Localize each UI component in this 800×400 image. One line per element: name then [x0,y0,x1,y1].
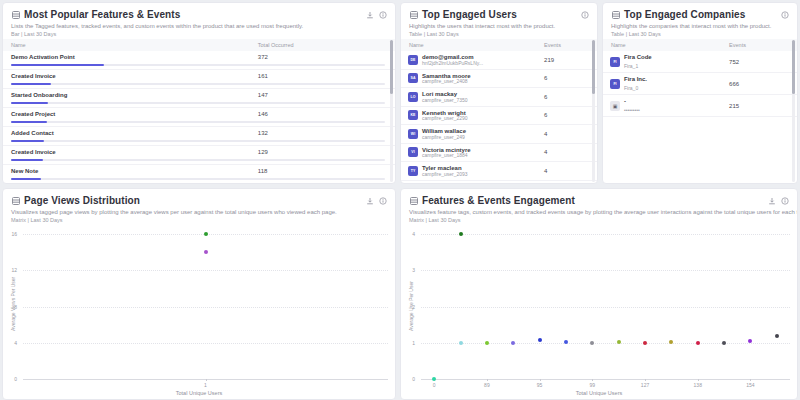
row-value: 372 [258,54,268,60]
panel-subtitle: Visualizes tagged page views by plotting… [3,206,395,215]
table-row[interactable]: Created Project146 [3,108,395,127]
scatter-point[interactable] [204,250,208,254]
panel-subtitle: Lists the Tagged features, tracked event… [3,20,395,29]
scatter-point[interactable] [564,340,568,344]
row-subtitle: Fira_0 [624,85,638,91]
table-row[interactable]: Demo Activation Point372 [3,51,395,70]
gridline [421,379,790,380]
list-item[interactable]: SASamantha moorecampfire_user_24086 [401,70,597,89]
list-item[interactable]: DEdemo@gmail.comhnf2jdh2lmUukbPuRsLNy...… [401,51,597,70]
table-row[interactable]: Created Invoice161 [3,70,395,89]
info-icon[interactable] [378,10,387,19]
list-item[interactable]: WIWilliam wallacecampfire_user_2494 [401,125,597,144]
row-value: 146 [258,111,268,117]
row-value: 4 [544,168,547,174]
row-subtitle: campfire_user_249 [422,134,465,140]
table-row[interactable]: New Note118 [3,165,395,184]
panel-header: Features & Events Engagement [401,189,797,206]
list-item[interactable]: TYTyler macleancampfire_user_20934 [401,162,597,181]
table-icon [611,10,620,19]
features-table-header: Name Total Occurred [3,39,395,51]
panel-header: Most Popular Features & Events [3,3,395,20]
scatter-point[interactable] [590,341,594,345]
y-tick-label: 12 [3,267,17,273]
row-value: 6 [544,75,547,81]
scatter-point[interactable] [204,232,208,236]
row-subtitle: campfire_user_2290 [422,115,468,121]
row-name: Started Onboarding [11,92,67,98]
x-tick-mark [540,379,541,381]
table-row[interactable]: Created Invoice129 [3,146,395,165]
scatter-point[interactable] [643,341,647,345]
avatar: VI [408,147,418,157]
avatar: FI [610,79,620,89]
y-tick-label: 4 [401,231,415,237]
panel-title: Most Popular Features & Events [24,9,180,20]
download-icon[interactable] [365,196,374,205]
avatar: KE [408,110,418,120]
panel-meta: Table | Last 30 Days [603,29,797,37]
scatter-point[interactable] [538,338,542,342]
scatter-point[interactable] [617,340,621,344]
company-avatar-placeholder: ▣ [610,101,620,111]
list-item[interactable]: KEKenneth wrightcampfire_user_22906 [401,107,597,126]
row-name: Created Project [11,111,55,117]
companies-table: Name Events FIFira CodeFira_1752FIFira I… [603,39,797,183]
table-row[interactable]: Added Contact132 [3,127,395,146]
chart-icon [409,196,418,205]
bar-track [11,178,385,181]
row-value: 752 [729,59,739,65]
list-item[interactable]: FIFira Inc.Fira_0666 [603,73,797,95]
x-tick-mark [592,379,593,381]
x-tick-mark [645,379,646,381]
x-tick-label: 1 [204,382,207,388]
companies-table-header: Name Events [603,39,797,51]
list-item[interactable]: FIFira CodeFira_1752 [603,51,797,73]
download-icon[interactable] [767,196,776,205]
scatter-point[interactable] [669,340,673,344]
scatter-point[interactable] [696,341,700,345]
list-item[interactable]: ▣-•••••••••215 [603,95,797,117]
scatter-point[interactable] [722,341,726,345]
y-axis-label: Average Views Per User [10,277,16,331]
info-icon[interactable] [780,196,789,205]
avatar: SA [408,73,418,83]
x-tick-mark [698,379,699,381]
scatter-point[interactable] [775,334,779,338]
gridline [23,270,388,271]
scatter-point[interactable] [432,377,436,381]
scrollbar-thumb[interactable] [792,40,795,94]
scatter-point[interactable] [459,341,463,345]
column-header-value: Events [729,42,746,48]
gridline [421,234,790,235]
row-subtitle: campfire_user_7350 [422,97,468,103]
row-value: 129 [258,149,268,155]
users-table: Name Events DEdemo@gmail.comhnf2jdh2lmUu… [401,39,597,183]
row-name: Created Invoice [11,73,56,79]
column-header-name: Name [401,42,424,48]
row-value: 666 [729,81,739,87]
scrollbar-track [592,40,595,182]
list-item[interactable]: LOLori mackaycampfire_user_73506 [401,88,597,107]
row-value: 118 [258,168,268,174]
scatter-point[interactable] [459,232,463,236]
bar-track [11,83,385,86]
bar-track [11,102,385,105]
scrollbar-thumb[interactable] [390,40,393,94]
x-tick-label: 138 [694,382,702,388]
scatter-point[interactable] [511,341,515,345]
info-icon[interactable] [378,196,387,205]
info-icon[interactable] [780,10,789,19]
table-row[interactable]: Started Onboarding147 [3,89,395,108]
download-icon[interactable] [365,10,374,19]
row-subtitle: Fira_1 [624,63,638,69]
scrollbar-thumb[interactable] [592,40,595,94]
list-item[interactable]: VIVictoria mcintyrecampfire_user_18844 [401,144,597,163]
y-tick-label: 1 [401,340,415,346]
y-tick-label: 0 [401,376,415,382]
row-subtitle: campfire_user_2093 [422,171,468,177]
info-icon[interactable] [580,10,589,19]
scatter-point[interactable] [485,341,489,345]
x-tick-label: 95 [537,382,543,388]
scatter-point[interactable] [748,339,752,343]
